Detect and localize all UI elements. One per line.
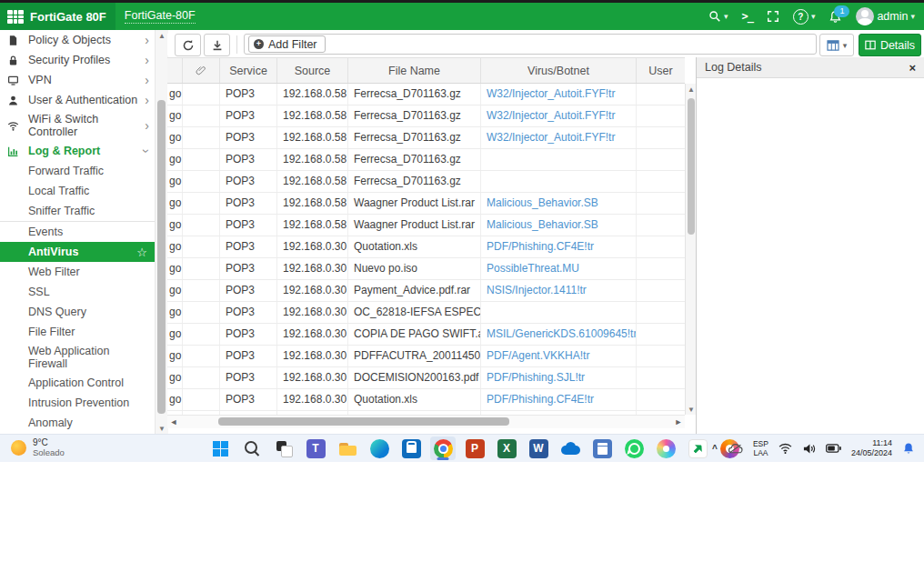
taskbar-app[interactable] bbox=[589, 437, 615, 460]
sidebar-subitem[interactable]: DNS Query bbox=[0, 302, 155, 322]
table-row[interactable]: go POP3 192.168.0.30 Nuevo po.iso Possib… bbox=[167, 258, 685, 280]
taskbar-app[interactable] bbox=[367, 437, 392, 460]
horizontal-scroll-thumb[interactable] bbox=[218, 417, 509, 426]
cell-virus-link[interactable]: W32/Injector_Autoit.FYF!tr bbox=[481, 127, 637, 148]
cell-virus-link[interactable]: NSIS/Injector.1411!tr bbox=[481, 280, 637, 301]
notifications-bell-icon[interactable]: 1 bbox=[829, 10, 842, 24]
cell-virus-link[interactable]: PDF/Agent.VKKHA!tr bbox=[481, 346, 637, 366]
sidebar-subitem[interactable]: Forward Traffic bbox=[0, 161, 155, 181]
help-icon[interactable]: ? ▾ bbox=[793, 9, 816, 25]
close-icon[interactable]: × bbox=[909, 61, 916, 75]
cell-virus-link[interactable] bbox=[481, 149, 637, 170]
scroll-right-icon[interactable]: ► bbox=[672, 416, 685, 428]
taskbar-app[interactable] bbox=[398, 437, 424, 460]
taskbar-app[interactable] bbox=[430, 437, 456, 460]
table-row[interactable]: go POP3 192.168.0.30 OC_62818-IEFSA ESPE… bbox=[167, 302, 685, 324]
column-user[interactable]: User bbox=[637, 58, 685, 83]
sidebar-item[interactable]: WiFi & Switch Controller › bbox=[0, 110, 155, 141]
table-row[interactable]: go POP3 192.168.0.58 Ferrecsa_D701163.gz… bbox=[167, 127, 685, 149]
clock[interactable]: 11:14 24/05/2024 bbox=[851, 438, 892, 459]
cell-virus-link[interactable]: W32/Injector_Autoit.FYF!tr bbox=[481, 105, 637, 126]
taskbar-app[interactable] bbox=[621, 437, 647, 460]
column-source[interactable]: Source bbox=[277, 58, 348, 83]
user-menu[interactable]: admin ▾ bbox=[856, 7, 915, 25]
sidebar-scrollbar[interactable]: ▲ ▼ bbox=[155, 30, 168, 434]
table-row[interactable]: go POP3 192.168.0.58 Ferrecsa_D701163.gz… bbox=[167, 105, 685, 127]
volume-icon[interactable] bbox=[802, 443, 816, 455]
sidebar-subitem[interactable]: SSL bbox=[0, 282, 155, 302]
sidebar-item[interactable]: User & Authentication › bbox=[0, 90, 155, 110]
taskbar-app[interactable] bbox=[653, 437, 678, 460]
cell-virus-link[interactable]: Malicious_Behavior.SB bbox=[481, 215, 637, 236]
cell-virus-link[interactable]: PossibleThreat.MU bbox=[481, 258, 637, 279]
cell-virus-link[interactable]: PDF/Phishing.CF4E!tr bbox=[481, 389, 637, 410]
taskbar-app[interactable] bbox=[557, 437, 583, 460]
sidebar-subitem[interactable]: Events bbox=[0, 221, 155, 242]
column-service[interactable]: Service bbox=[220, 58, 277, 83]
scroll-up-icon[interactable]: ▲ bbox=[156, 30, 168, 41]
column-virus-botnet[interactable]: Virus/Botnet bbox=[481, 58, 637, 83]
notification-center-icon[interactable] bbox=[902, 442, 915, 455]
cell-virus-link[interactable]: PDF/Phishing.CF4E!tr bbox=[481, 236, 637, 257]
hostname[interactable]: FortiGate-80F bbox=[125, 9, 196, 24]
taskbar-app[interactable] bbox=[271, 437, 296, 460]
table-scroll-thumb[interactable] bbox=[688, 98, 695, 235]
table-row[interactable]: go POP3 192.168.0.30 Quotation.xls PDF/P… bbox=[167, 236, 685, 258]
table-row[interactable]: go POP3 192.168.0.58 Ferrecsa_D701163.gz bbox=[167, 171, 685, 193]
cell-virus-link[interactable] bbox=[481, 171, 637, 192]
sidebar-subitem[interactable]: Application Control bbox=[0, 373, 155, 393]
table-row[interactable]: go POP3 192.168.0.58 Waagner Product Lis… bbox=[167, 215, 685, 236]
tray-expand-icon[interactable]: ^ bbox=[712, 444, 718, 454]
taskbar-app[interactable] bbox=[685, 437, 710, 460]
table-row[interactable]: go POP3 192.168.0.30 PDFFACUTRA_20011450… bbox=[167, 346, 685, 367]
sidebar-subitem[interactable]: Web Filter bbox=[0, 262, 155, 282]
column-attachment[interactable] bbox=[183, 58, 220, 83]
fullscreen-icon[interactable] bbox=[767, 10, 779, 23]
column-file-name[interactable]: File Name bbox=[348, 58, 481, 83]
wifi-icon[interactable] bbox=[778, 443, 792, 454]
taskbar-app[interactable]: X bbox=[494, 437, 519, 460]
table-row[interactable]: go POP3 192.168.0.30 DOCEMISION200163.pd… bbox=[167, 367, 685, 389]
battery-icon[interactable] bbox=[826, 444, 841, 453]
cell-virus-link[interactable]: Malicious_Behavior.SB bbox=[481, 193, 637, 214]
table-row[interactable]: go POP3 192.168.0.58 Waagner Product Lis… bbox=[167, 193, 685, 215]
scroll-left-icon[interactable]: ◄ bbox=[167, 416, 180, 428]
table-row[interactable]: go POP3 192.168.0.30 Payment_Advice.pdf.… bbox=[167, 280, 685, 302]
sidebar-subitem[interactable]: File Filter bbox=[0, 322, 155, 342]
favorite-star-icon[interactable]: ☆ bbox=[136, 246, 147, 259]
onedrive-paused-icon[interactable] bbox=[728, 443, 743, 455]
taskbar-app[interactable] bbox=[239, 437, 265, 460]
scroll-down-icon[interactable]: ▼ bbox=[156, 423, 168, 434]
sidebar-subitem[interactable]: Local Traffic bbox=[0, 181, 155, 201]
table-row[interactable]: go POP3 192.168.0.58 Ferrecsa_D701163.gz bbox=[167, 149, 685, 171]
add-filter-chip[interactable]: + Add Filter bbox=[248, 35, 326, 53]
sidebar-scroll-thumb[interactable] bbox=[157, 100, 166, 414]
sidebar-subitem[interactable]: Web Application Firewall bbox=[0, 342, 155, 373]
cli-console-icon[interactable]: >_ bbox=[741, 10, 752, 23]
sidebar-item[interactable]: Policy & Objects › bbox=[0, 30, 155, 50]
language-indicator[interactable]: ESP LAA bbox=[753, 439, 768, 457]
table-row[interactable]: go POP3 192.168.0.30 COPIA DE PAGO SWIFT… bbox=[167, 324, 685, 346]
details-button[interactable]: Details bbox=[859, 34, 921, 56]
table-row[interactable]: go POP3 192.168.0.58 Ferrecsa_D701163.gz… bbox=[167, 84, 685, 105]
sidebar-item[interactable]: Log & Report › bbox=[0, 141, 155, 161]
download-button[interactable] bbox=[204, 34, 230, 56]
cell-virus-link[interactable]: W32/Injector_Autoit.FYF!tr bbox=[481, 84, 637, 105]
weather-widget[interactable]: 9°C Soleado bbox=[11, 437, 65, 457]
sidebar-subitem[interactable]: AntiVirus ☆ bbox=[0, 242, 155, 262]
sidebar-subitem[interactable]: Intrusion Prevention bbox=[0, 393, 155, 413]
cell-virus-link[interactable]: PDF/Phishing.SJL!tr bbox=[481, 367, 637, 388]
table-horizontal-scrollbar[interactable]: ◄ ► bbox=[167, 415, 685, 428]
taskbar-app[interactable]: P bbox=[462, 437, 487, 460]
refresh-button[interactable] bbox=[175, 34, 201, 56]
sidebar-item[interactable]: Security Profiles › bbox=[0, 50, 155, 70]
search-icon[interactable]: ▾ bbox=[708, 10, 728, 23]
cell-virus-link[interactable]: MSIL/GenericKDS.61009645!tr bbox=[481, 324, 637, 345]
taskbar-app[interactable] bbox=[335, 437, 360, 460]
sidebar-item[interactable]: VPN › bbox=[0, 70, 155, 90]
column-settings-button[interactable]: ▾ bbox=[819, 34, 854, 56]
cell-virus-link[interactable] bbox=[481, 302, 637, 323]
taskbar-app[interactable] bbox=[207, 437, 233, 460]
table-row[interactable]: go POP3 192.168.0.30 Quotation.xls PDF/P… bbox=[167, 389, 685, 411]
taskbar-app[interactable]: T bbox=[303, 437, 328, 460]
